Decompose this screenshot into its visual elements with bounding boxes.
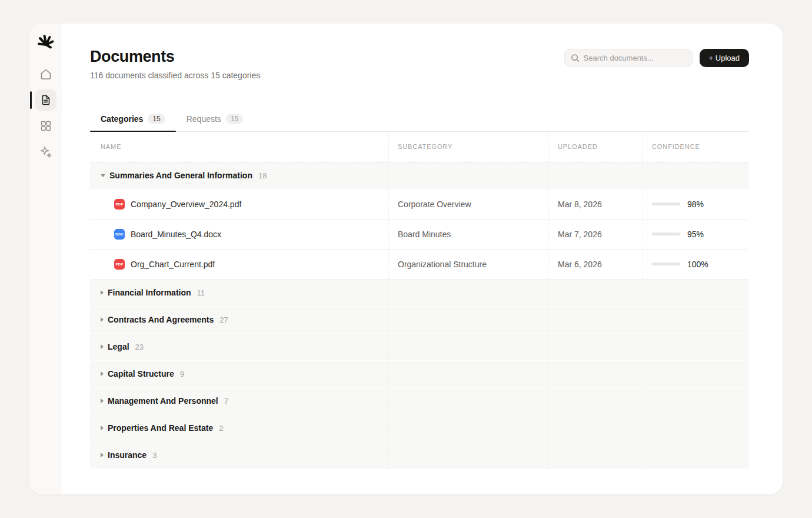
category-count: 2 [219, 424, 223, 433]
category-count: 9 [180, 370, 184, 378]
category-name-cell: Summaries And General Information18 [90, 162, 388, 189]
search-box[interactable] [564, 49, 693, 67]
file-uploaded-date: Mar 7, 2026 [558, 230, 602, 239]
header-controls: + Upload [564, 49, 749, 67]
file-type-icon: DOC [114, 229, 125, 240]
confidence-percent: 95% [687, 230, 704, 239]
scribble-star-logo-icon [36, 32, 55, 51]
tab-requests[interactable]: Requests 15 [176, 114, 254, 131]
file-name: Org_Chart_Current.pdf [131, 260, 215, 269]
category-uploaded-cell [548, 162, 643, 189]
file-row[interactable]: PDFCompany_Overview_2024.pdfCorporate Ov… [90, 190, 749, 220]
sidebar-item-assistant[interactable] [35, 141, 56, 162]
category-uploaded-cell [548, 307, 643, 333]
chevron-down-icon [101, 174, 105, 177]
category-confidence-cell [643, 442, 749, 469]
category-row[interactable]: Legal23 [90, 334, 749, 361]
file-uploaded-cell: Mar 8, 2026 [548, 190, 643, 219]
confidence-bar [652, 202, 680, 205]
file-uploaded-date: Mar 6, 2026 [558, 260, 602, 269]
sidebar-item-apps[interactable] [35, 115, 56, 137]
page-title: Documents [90, 48, 260, 66]
tab-bar: Categories 15 Requests 15 [90, 114, 749, 132]
document-icon [39, 93, 53, 107]
category-subcategory-cell [388, 442, 548, 469]
category-name-cell: Capital Structure9 [90, 361, 388, 387]
confidence-percent: 98% [687, 200, 704, 209]
category-name: Contracts And Agreements [108, 315, 214, 324]
sidebar-item-home[interactable] [35, 64, 56, 85]
app-logo [36, 32, 55, 51]
file-name-cell: DOCBoard_Minutes_Q4.docx [90, 220, 388, 249]
sparkles-icon [39, 145, 53, 159]
confidence-bar [652, 263, 680, 265]
file-subcategory: Organizational Structure [398, 260, 487, 269]
chevron-right-icon [101, 317, 104, 322]
category-confidence-cell [643, 162, 749, 189]
category-subcategory-cell [388, 361, 548, 387]
category-name: Properties And Real Estate [108, 423, 213, 433]
column-header-name: Name [101, 143, 121, 150]
category-subcategory-cell [388, 162, 548, 189]
category-row[interactable]: Management And Personnel7 [90, 388, 749, 415]
file-confidence-cell: 95% [643, 220, 749, 249]
category-name-cell: Legal23 [90, 334, 388, 360]
active-nav-indicator [30, 91, 32, 109]
chevron-right-icon [101, 290, 104, 295]
category-row[interactable]: Summaries And General Information18 [90, 162, 749, 190]
category-uploaded-cell [548, 388, 643, 414]
category-uploaded-cell [548, 334, 643, 360]
sidebar-item-documents[interactable] [35, 89, 56, 111]
file-name: Company_Overview_2024.pdf [131, 200, 241, 209]
file-uploaded-date: Mar 8, 2026 [558, 200, 602, 209]
category-name-cell: Insurance3 [90, 442, 388, 469]
chevron-right-icon [101, 453, 104, 457]
category-row[interactable]: Properties And Real Estate2 [90, 415, 749, 442]
confidence-percent: 100% [687, 260, 708, 269]
category-name: Insurance [108, 450, 147, 460]
file-name: Board_Minutes_Q4.docx [131, 230, 221, 239]
upload-button[interactable]: + Upload [700, 49, 749, 67]
file-subcategory: Board Minutes [398, 230, 451, 239]
category-name: Management And Personnel [108, 396, 218, 406]
category-count: 11 [197, 288, 205, 297]
category-name-cell: Financial Information11 [90, 280, 388, 306]
tab-label: Categories [101, 114, 143, 124]
category-row[interactable]: Financial Information11 [90, 280, 749, 307]
category-count: 3 [152, 451, 157, 460]
column-header-confidence: Confidence [652, 143, 700, 150]
category-row[interactable]: Capital Structure9 [90, 361, 749, 388]
category-uploaded-cell [548, 280, 643, 306]
category-name-cell: Properties And Real Estate2 [90, 415, 388, 441]
category-name: Capital Structure [108, 369, 174, 378]
category-confidence-cell [643, 307, 749, 333]
category-name: Legal [108, 342, 129, 351]
tab-count-badge: 15 [148, 114, 165, 124]
chevron-right-icon [101, 371, 104, 376]
tab-categories[interactable]: Categories 15 [90, 114, 176, 131]
category-row[interactable]: Contracts And Agreements27 [90, 307, 749, 334]
category-confidence-cell [643, 280, 749, 306]
file-confidence-cell: 100% [643, 250, 749, 279]
search-input[interactable] [584, 54, 686, 62]
category-name-cell: Contracts And Agreements27 [90, 307, 388, 333]
file-type-icon: PDF [114, 259, 125, 270]
category-row[interactable]: Insurance3 [90, 442, 749, 469]
category-confidence-cell [643, 361, 749, 387]
file-subcategory-cell: Board Minutes [388, 220, 548, 249]
file-row[interactable]: PDFOrg_Chart_Current.pdfOrganizational S… [90, 250, 749, 280]
category-uploaded-cell [548, 442, 643, 469]
confidence-bar [652, 233, 680, 235]
page-subtitle: 116 documents classified across 15 categ… [90, 71, 260, 80]
chevron-right-icon [101, 399, 104, 403]
file-subcategory: Corporate Overview [398, 200, 471, 209]
category-count: 18 [258, 171, 267, 180]
category-subcategory-cell [388, 280, 548, 306]
page-header: Documents 116 documents classified acros… [90, 24, 749, 80]
category-subcategory-cell [388, 415, 548, 441]
category-subcategory-cell [388, 307, 548, 333]
category-confidence-cell [643, 388, 749, 414]
file-row[interactable]: DOCBoard_Minutes_Q4.docxBoard MinutesMar… [90, 220, 749, 250]
category-count: 7 [224, 397, 228, 406]
main-content: Documents 116 documents classified acros… [62, 24, 783, 494]
